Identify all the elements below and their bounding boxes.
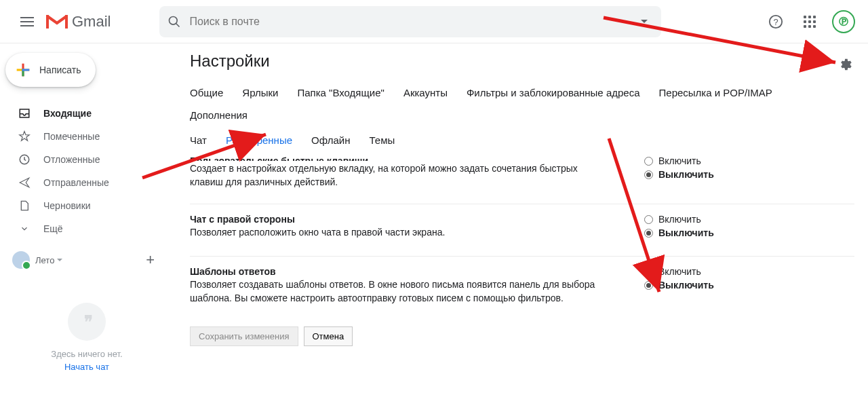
apps-button[interactable] xyxy=(796,8,823,35)
gmail-logo-text: Gmail xyxy=(72,13,111,31)
hangouts-start-link[interactable]: Начать чат xyxy=(0,362,174,372)
sidebar-item-snoozed[interactable]: Отложенные xyxy=(0,148,174,171)
hangouts-empty-text: Здесь ничего нет. xyxy=(0,349,174,359)
compose-button[interactable]: Написать xyxy=(5,53,96,87)
radio-enable[interactable]: Включить xyxy=(644,214,821,225)
hangouts-user-row[interactable]: Лето + xyxy=(0,251,174,269)
cancel-button[interactable]: Отмена xyxy=(304,326,353,346)
help-icon: ? xyxy=(768,14,783,29)
search-input[interactable] xyxy=(189,16,635,28)
radio-label: Включить xyxy=(658,214,701,225)
radio-enable[interactable]: Включить xyxy=(644,155,821,166)
radio-label: Выключить xyxy=(658,169,714,180)
sidebar: Входящие Помеченные Отложенные Отправлен… xyxy=(0,102,174,372)
search-options-caret-icon[interactable] xyxy=(641,20,648,23)
hamburger-icon xyxy=(20,17,34,26)
tab-offline[interactable]: Офлайн xyxy=(311,129,359,151)
sidebar-label: Отложенные xyxy=(43,154,100,165)
gmail-m-icon xyxy=(46,14,68,30)
radio-icon xyxy=(644,229,653,238)
button-row: Сохранить изменения Отмена xyxy=(190,326,854,346)
tab-general[interactable]: Общие xyxy=(190,81,233,104)
page-title: Настройки xyxy=(190,52,854,71)
radio-disable[interactable]: Выключить xyxy=(644,280,821,291)
sidebar-item-inbox[interactable]: Входящие xyxy=(0,102,174,125)
tab-filters[interactable]: Фильтры и заблокированные адреса xyxy=(467,81,650,104)
account-button[interactable]: ℗ xyxy=(830,8,857,35)
radio-enable[interactable]: Включить xyxy=(644,266,821,277)
tab-chat[interactable]: Чат xyxy=(190,129,216,151)
setting-title: Чат с правой стороны xyxy=(190,214,597,225)
svg-rect-12 xyxy=(22,69,29,71)
sidebar-label: Черновики xyxy=(43,200,91,211)
compose-label: Написать xyxy=(39,64,81,75)
setting-right-chat: Чат с правой стороны Позволяет расположи… xyxy=(190,204,854,256)
sidebar-item-starred[interactable]: Помеченные xyxy=(0,125,174,148)
new-chat-button[interactable]: + xyxy=(146,251,155,269)
chevron-down-icon xyxy=(20,224,29,233)
search-box[interactable] xyxy=(159,6,661,37)
save-button[interactable]: Сохранить изменения xyxy=(190,326,298,346)
tab-accounts[interactable]: Аккаунты xyxy=(403,81,457,104)
svg-rect-4 xyxy=(65,15,68,29)
support-button[interactable]: ? xyxy=(762,8,789,35)
svg-point-5 xyxy=(170,16,178,24)
setting-title: Шаблоны ответов xyxy=(190,266,597,277)
svg-rect-2 xyxy=(20,25,34,26)
tab-forwarding[interactable]: Пересылка и POP/IMAP xyxy=(659,81,782,104)
settings-tabs-row1: Общие Ярлыки Папка "Входящие" Аккаунты Ф… xyxy=(190,81,854,126)
svg-line-6 xyxy=(176,23,180,26)
tab-addons[interactable]: Дополнения xyxy=(190,104,257,126)
setting-desc: Позволяет расположить окно чата в правой… xyxy=(190,226,597,240)
main-menu-button[interactable] xyxy=(11,5,43,38)
sidebar-label: Помеченные xyxy=(43,131,100,142)
sidebar-label: Ещё xyxy=(43,223,63,234)
radio-icon xyxy=(644,157,653,166)
hangouts-username: Лето xyxy=(35,255,54,265)
tab-labels[interactable]: Ярлыки xyxy=(242,81,288,104)
svg-rect-3 xyxy=(46,15,49,29)
radio-icon xyxy=(644,170,653,179)
hangouts-bubble: ❞ xyxy=(68,303,106,341)
settings-gear-button[interactable] xyxy=(838,57,853,75)
radio-disable[interactable]: Выключить xyxy=(644,227,821,238)
settings-main: Настройки Общие Ярлыки Папка "Входящие" … xyxy=(190,52,854,346)
gear-icon xyxy=(838,57,853,72)
tab-inbox[interactable]: Папка "Входящие" xyxy=(297,81,393,104)
radio-label: Включить xyxy=(658,155,701,166)
apps-grid-icon xyxy=(804,16,816,28)
caret-down-icon xyxy=(57,259,62,261)
send-icon xyxy=(18,176,31,189)
setting-custom-shortcuts: Пользовательские быстрые клавиши Создает… xyxy=(190,155,854,204)
setting-desc: Позволяет создавать шаблоны ответов. В о… xyxy=(190,278,597,305)
setting-canned-responses: Шаблоны ответов Позволяет создавать шабл… xyxy=(190,256,854,320)
avatar: ℗ xyxy=(832,10,855,33)
radio-icon xyxy=(644,215,653,224)
sidebar-item-sent[interactable]: Отправленные xyxy=(0,171,174,194)
star-icon xyxy=(18,130,31,143)
presence-avatar xyxy=(12,251,30,269)
svg-rect-1 xyxy=(20,21,34,22)
setting-title: Пользовательские быстрые клавиши xyxy=(190,155,597,161)
radio-icon xyxy=(644,281,653,290)
setting-desc: Создает в настройках отдельную вкладку, … xyxy=(190,162,597,189)
radio-icon xyxy=(644,267,653,276)
tab-themes[interactable]: Темы xyxy=(369,129,404,151)
svg-text:?: ? xyxy=(773,16,778,26)
app-header: Gmail ? ℗ xyxy=(0,0,868,43)
sidebar-label: Входящие xyxy=(43,108,92,119)
sidebar-item-more[interactable]: Ещё xyxy=(0,217,174,240)
gmail-logo[interactable]: Gmail xyxy=(46,13,111,31)
draft-icon xyxy=(19,200,30,212)
sidebar-label: Отправленные xyxy=(43,177,109,188)
avatar-initial-icon: ℗ xyxy=(837,14,850,29)
radio-disable[interactable]: Выключить xyxy=(644,169,821,180)
radio-label: Включить xyxy=(658,266,701,277)
radio-label: Выключить xyxy=(658,227,714,238)
plus-icon xyxy=(14,60,33,79)
tab-advanced[interactable]: Расширенные xyxy=(226,129,302,151)
sidebar-item-drafts[interactable]: Черновики xyxy=(0,194,174,217)
settings-tabs-row2: Чат Расширенные Офлайн Темы xyxy=(190,129,854,151)
settings-body: Пользовательские быстрые клавиши Создает… xyxy=(190,155,854,346)
inbox-icon xyxy=(18,107,31,119)
